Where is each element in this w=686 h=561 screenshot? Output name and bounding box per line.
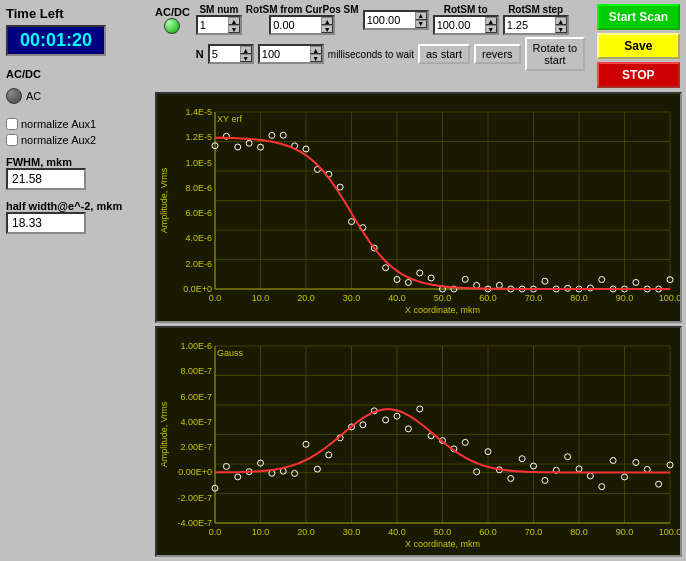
save-button[interactable]: Save [597,33,680,59]
far-right-btns: Start Scan Save STOP [597,4,682,88]
curpos-spin-btns: ▲ ▼ [415,12,427,28]
rotSM-to-up[interactable]: ▲ [485,17,497,25]
n-spinner: 5 ▲ ▼ [208,44,254,64]
stop-button[interactable]: STOP [597,62,680,88]
normalize-aux1-label: normalize Aux1 [21,118,96,130]
acdc-top-label: AC/DC [155,6,190,34]
sm-num-input[interactable]: 1 [198,18,228,32]
sm-num-up[interactable]: ▲ [228,17,240,25]
rotSM-to-group: RotSM to 100.00 ▲ ▼ [433,4,499,35]
fwhm-value: 21.58 [6,168,86,190]
sm-num-group: SM num 1 ▲ ▼ [196,4,242,35]
n2-input[interactable]: 100 [260,47,310,61]
rot-from-up[interactable]: ▲ [321,17,333,25]
main-container: Time Left 00:01:20 AC/DC AC normalize Au… [0,0,686,561]
rot-from-label: RotSM from CurPos SM [246,4,359,15]
rotate-to-start-button[interactable]: Rotate tostart [525,37,586,71]
acdc-indicator-row: AC [6,88,149,104]
rotSM-step-spin-btns: ▲ ▼ [555,17,567,33]
fwhm-section: FWHM, mkm 21.58 [6,156,149,190]
normalize-aux2-label: normalize Aux2 [21,134,96,146]
n-input[interactable]: 5 [210,47,240,61]
start-scan-button[interactable]: Start Scan [597,4,680,30]
ms-wait-label: milliseconds to wait [328,49,414,60]
rot-from-input[interactable]: 0.00 [271,18,321,32]
rotSM-to-spinner: 100.00 ▲ ▼ [433,15,499,35]
top-chart-container [155,92,682,323]
half-width-section: half width@e^-2, mkm 18.33 [6,194,149,234]
rotSM-to-input[interactable]: 100.00 [435,18,485,32]
n2-down[interactable]: ▼ [310,54,322,62]
revers-button[interactable]: revers [474,44,521,64]
rotSM-step-input[interactable]: 1.25 [505,18,555,32]
curpos-up[interactable]: ▲ [415,12,427,20]
sm-num-spinner: 1 ▲ ▼ [196,15,242,35]
n-up[interactable]: ▲ [240,46,252,54]
sm-row2: N 5 ▲ ▼ 100 ▲ ▼ [196,37,585,71]
n-down[interactable]: ▼ [240,54,252,62]
fwhm-label: FWHM, mkm [6,156,149,168]
rotSM-to-down[interactable]: ▼ [485,25,497,33]
curpos-group: 100.00 ▲ ▼ [363,10,429,30]
half-width-value: 18.33 [6,212,86,234]
acdc-label: AC/DC [6,68,41,80]
rotSM-step-spinner: 1.25 ▲ ▼ [503,15,569,35]
rot-from-group: RotSM from CurPos SM 0.00 ▲ ▼ [246,4,359,35]
left-panel: Time Left 00:01:20 AC/DC AC normalize Au… [0,0,155,561]
bottom-chart-container [155,326,682,557]
time-display: 00:01:20 [6,25,106,56]
rot-from-spin-btns: ▲ ▼ [321,17,333,33]
rotSM-step-label: RotSM step [508,4,563,15]
acdc-section: AC/DC [6,68,149,80]
acdc-top-text: AC/DC [155,6,190,18]
bottom-chart [157,328,680,555]
normalize-aux2-checkbox[interactable] [6,134,18,146]
sm-num-label: SM num [199,4,238,15]
sm-row1: SM num 1 ▲ ▼ RotSM from CurPos SM 0. [196,4,585,35]
normalize-aux1-checkbox[interactable] [6,118,18,130]
right-panel: AC/DC SM num 1 ▲ ▼ [155,0,686,561]
n-label: N [196,48,204,60]
normalize-aux2-row: normalize Aux2 [6,134,149,146]
rot-from-down[interactable]: ▼ [321,25,333,33]
rotSM-to-spin-btns: ▲ ▼ [485,17,497,33]
rotSM-step-group: RotSM step 1.25 ▲ ▼ [503,4,569,35]
normalize-aux1-row: normalize Aux1 [6,118,149,130]
sm-num-spin-btns: ▲ ▼ [228,17,240,33]
half-width-label: half width@e^-2, mkm [6,200,149,212]
n-spin-btns: ▲ ▼ [240,46,252,62]
n2-up[interactable]: ▲ [310,46,322,54]
rotSM-step-up[interactable]: ▲ [555,17,567,25]
n2-spin-btns: ▲ ▼ [310,46,322,62]
sm-controls: SM num 1 ▲ ▼ RotSM from CurPos SM 0. [196,4,585,71]
time-left-label: Time Left [6,6,149,21]
curpos-spinner: 100.00 ▲ ▼ [363,10,429,30]
top-controls-bar: AC/DC SM num 1 ▲ ▼ [155,4,682,88]
acdc-top-led [164,18,180,34]
charts-area [155,92,682,557]
ac-mode-label: AC [26,90,41,102]
curpos-down[interactable]: ▼ [415,20,427,28]
rotSM-step-down[interactable]: ▼ [555,25,567,33]
n2-spinner: 100 ▲ ▼ [258,44,324,64]
rot-from-spinner: 0.00 ▲ ▼ [269,15,335,35]
acdc-led [6,88,22,104]
as-start-button[interactable]: as start [418,44,470,64]
sm-num-down[interactable]: ▼ [228,25,240,33]
top-chart [157,94,680,321]
curpos-input[interactable]: 100.00 [365,13,415,27]
rotSM-to-label: RotSM to [444,4,488,15]
